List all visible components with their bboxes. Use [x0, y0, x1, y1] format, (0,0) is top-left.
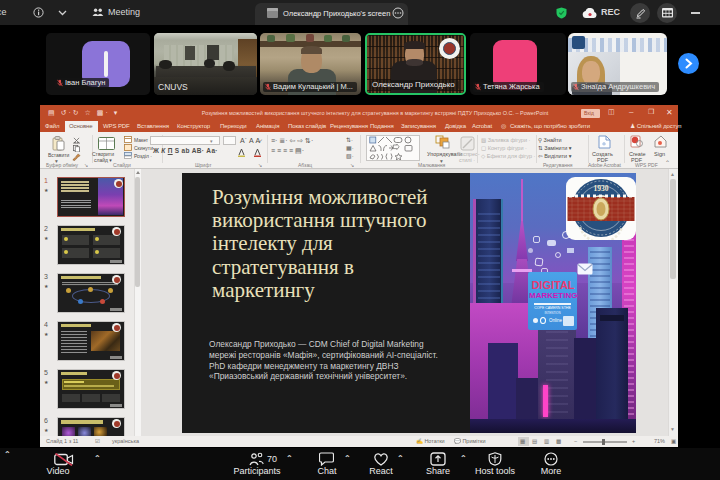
- svg-text:1930: 1930: [594, 184, 609, 193]
